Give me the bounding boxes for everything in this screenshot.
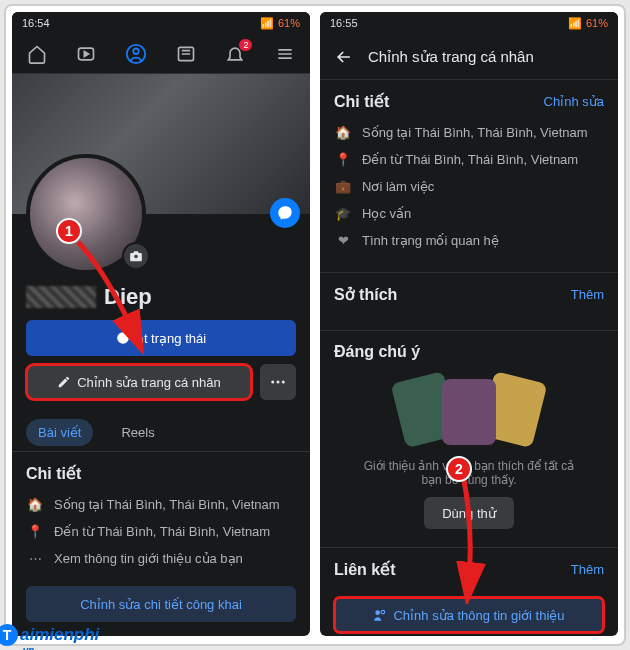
- add-hobbies-link[interactable]: Thêm: [571, 287, 604, 302]
- details-heading: Chi tiết: [334, 92, 389, 111]
- arrow-1: [68, 234, 158, 354]
- feeds-icon[interactable]: [175, 43, 197, 65]
- svg-point-9: [376, 610, 381, 615]
- featured-heading: Đáng chú ý: [334, 343, 420, 361]
- svg-point-10: [382, 610, 386, 614]
- globe-icon: T: [0, 624, 18, 646]
- top-nav: 2: [12, 34, 310, 74]
- notifications-icon[interactable]: 2: [224, 43, 246, 65]
- watermark: T aimienphi .vn: [0, 624, 99, 646]
- heart-icon: ❤: [334, 233, 352, 248]
- tab-reels[interactable]: Reels: [109, 419, 166, 446]
- relationship-row[interactable]: ❤Tình trạng mối quan hệ: [334, 227, 604, 254]
- profile-tabs: Bài viết Reels: [12, 414, 310, 452]
- lives-in-row: 🏠 Sống tại Thái Bình, Thái Bình, Vietnam: [26, 491, 296, 518]
- see-intro-row[interactable]: ⋯ Xem thông tin giới thiệu của bạn: [26, 545, 296, 572]
- hobbies-heading: Sở thích: [334, 285, 397, 304]
- profile-name: Diep: [12, 284, 310, 310]
- set-status-button[interactable]: ặt trạng thái: [26, 320, 296, 356]
- from-row: 📍 Đến từ Thái Bình, Thái Bình, Vietnam: [26, 518, 296, 545]
- profile-icon[interactable]: [125, 43, 147, 65]
- education-row[interactable]: 🎓Học vấn: [334, 200, 604, 227]
- messenger-icon[interactable]: [270, 198, 300, 228]
- home-icon[interactable]: [26, 43, 48, 65]
- phone-left: 16:54 📶 61% 2: [12, 12, 310, 636]
- svg-point-7: [277, 381, 280, 384]
- links-heading: Liên kết: [334, 560, 396, 579]
- tab-posts[interactable]: Bài viết: [26, 419, 93, 446]
- briefcase-icon: 💼: [334, 179, 352, 194]
- status-bar: 16:55 📶 61%: [320, 12, 618, 34]
- edit-details-link[interactable]: Chỉnh sửa: [544, 94, 604, 109]
- back-icon[interactable]: [334, 47, 354, 67]
- dots-icon: ⋯: [26, 551, 44, 566]
- add-links-link[interactable]: Thêm: [571, 562, 604, 577]
- location-icon: 📍: [334, 152, 352, 167]
- svg-point-8: [282, 381, 285, 384]
- graduation-icon: 🎓: [334, 206, 352, 221]
- cover-photo[interactable]: [12, 74, 310, 214]
- arrow-2: [452, 474, 512, 604]
- work-row[interactable]: 💼Nơi làm việc: [334, 173, 604, 200]
- home-icon: 🏠: [26, 497, 44, 512]
- phone-right: 16:55 📶 61% Chỉnh sửa trang cá nhân Chi …: [320, 12, 618, 636]
- home-icon: 🏠: [334, 125, 352, 140]
- battery-text: 61%: [278, 17, 300, 29]
- svg-point-2: [133, 48, 139, 54]
- more-button[interactable]: [260, 364, 296, 400]
- svg-point-6: [271, 381, 274, 384]
- status-time: 16:54: [22, 17, 50, 29]
- battery-text: 61%: [586, 17, 608, 29]
- notif-badge: 2: [239, 39, 252, 51]
- menu-icon[interactable]: [274, 43, 296, 65]
- step-1-marker: 1: [56, 218, 82, 244]
- from-row: 📍Đến từ Thái Bình, Thái Bình, Vietnam: [334, 146, 604, 173]
- wifi-icon: 📶: [260, 17, 274, 30]
- status-time: 16:55: [330, 17, 358, 29]
- details-heading: Chi tiết: [26, 464, 81, 483]
- location-icon: 📍: [26, 524, 44, 539]
- edit-public-details-button[interactable]: Chỉnh sửa chi tiết công khai: [26, 586, 296, 622]
- page-header: Chỉnh sửa trang cá nhân: [320, 34, 618, 80]
- wifi-icon: 📶: [568, 17, 582, 30]
- step-2-marker: 2: [446, 456, 472, 482]
- lives-in-row: 🏠Sống tại Thái Bình, Thái Bình, Vietnam: [334, 119, 604, 146]
- featured-illustration: [334, 373, 604, 451]
- page-title: Chỉnh sửa trang cá nhân: [368, 48, 534, 66]
- edit-profile-button[interactable]: Chỉnh sửa trang cá nhân: [26, 364, 252, 400]
- watch-icon[interactable]: [75, 43, 97, 65]
- status-bar: 16:54 📶 61%: [12, 12, 310, 34]
